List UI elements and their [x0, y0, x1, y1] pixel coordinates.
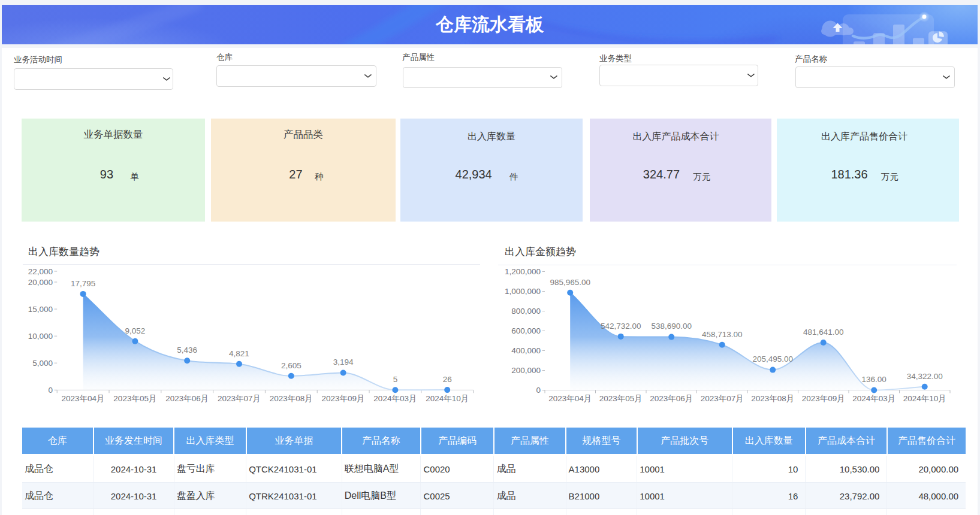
- svg-text:2,605: 2,605: [281, 361, 301, 370]
- svg-text:600,000: 600,000: [511, 326, 541, 335]
- svg-text:458,713.00: 458,713.00: [702, 330, 743, 339]
- svg-text:400,000: 400,000: [511, 346, 541, 355]
- svg-text:538,690.00: 538,690.00: [651, 322, 692, 331]
- svg-text:2023年09月: 2023年09月: [802, 394, 845, 403]
- svg-text:0: 0: [536, 386, 541, 395]
- svg-text:2024年03月: 2024年03月: [373, 394, 417, 403]
- svg-text:34,322.00: 34,322.00: [907, 372, 943, 381]
- svg-text:200,000: 200,000: [511, 366, 541, 375]
- svg-text:20,000: 20,000: [28, 278, 53, 287]
- svg-text:2024年03月: 2024年03月: [852, 394, 895, 403]
- svg-text:2023年08月: 2023年08月: [270, 394, 313, 403]
- svg-text:2023年04月: 2023年04月: [548, 394, 592, 403]
- svg-text:2023年05月: 2023年05月: [113, 394, 156, 403]
- svg-text:205,495.00: 205,495.00: [752, 355, 793, 363]
- svg-text:2023年05月: 2023年05月: [599, 394, 643, 403]
- svg-text:10,000: 10,000: [28, 332, 53, 341]
- svg-text:481,641.00: 481,641.00: [803, 328, 844, 337]
- svg-text:2023年06月: 2023年06月: [165, 394, 209, 403]
- svg-text:5,436: 5,436: [177, 346, 197, 355]
- svg-text:136.00: 136.00: [862, 375, 886, 384]
- svg-text:542,732.00: 542,732.00: [601, 322, 641, 331]
- svg-text:1,000,000: 1,000,000: [505, 287, 541, 296]
- svg-text:3,194: 3,194: [333, 358, 354, 366]
- svg-text:26: 26: [443, 375, 452, 384]
- svg-text:985,965.00: 985,965.00: [550, 278, 590, 287]
- svg-text:2023年04月: 2023年04月: [62, 394, 105, 403]
- svg-text:0: 0: [48, 386, 53, 395]
- svg-text:2023年08月: 2023年08月: [751, 394, 794, 403]
- svg-text:2024年10月: 2024年10月: [903, 394, 946, 403]
- svg-text:5,000: 5,000: [32, 359, 53, 368]
- svg-text:2024年10月: 2024年10月: [426, 394, 469, 403]
- svg-text:2023年06月: 2023年06月: [650, 394, 693, 403]
- svg-text:4,821: 4,821: [229, 349, 249, 358]
- svg-text:2023年09月: 2023年09月: [322, 394, 365, 403]
- svg-text:2023年07月: 2023年07月: [218, 394, 261, 403]
- svg-text:9,052: 9,052: [125, 326, 146, 335]
- svg-text:2023年07月: 2023年07月: [701, 394, 744, 403]
- svg-text:17,795: 17,795: [71, 279, 95, 288]
- svg-text:1,200,000: 1,200,000: [505, 267, 541, 276]
- svg-text:800,000: 800,000: [511, 307, 541, 316]
- svg-text:22,000: 22,000: [28, 267, 53, 276]
- svg-text:15,000: 15,000: [28, 305, 53, 314]
- svg-text:5: 5: [393, 375, 398, 384]
